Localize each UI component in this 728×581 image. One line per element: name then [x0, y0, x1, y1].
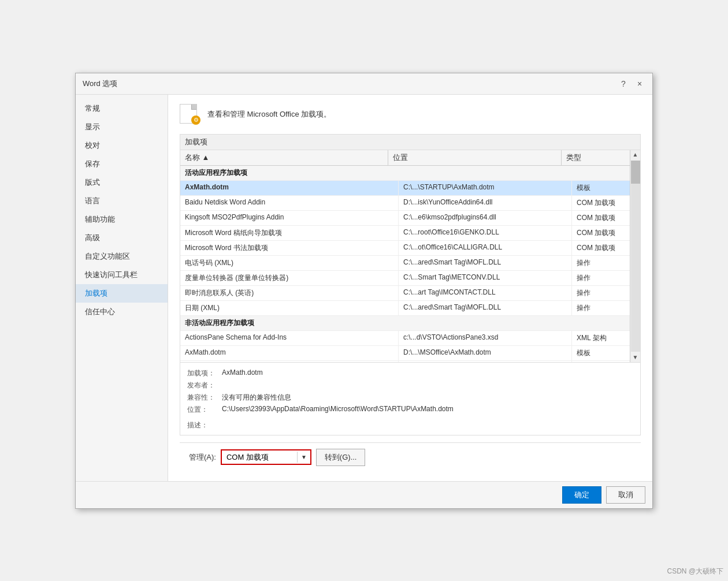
- addin-name: Microsoft Word 稿纸向导加载项: [180, 226, 399, 240]
- addin-location: C:\...art Tag\IMCONTACT.DLL: [399, 286, 572, 300]
- info-compat-row: 兼容性： 没有可用的兼容性信息: [187, 392, 633, 404]
- addin-name: ActionsPane Schema for Add-Ins: [180, 331, 399, 345]
- addin-label: 加载项：: [187, 368, 222, 378]
- addin-name: Kingsoft MSO2PdfPlugins Addin: [180, 211, 399, 225]
- sidebar-item-显示[interactable]: 显示: [76, 118, 168, 136]
- table-row[interactable]: AxMath.dotm C:\...\STARTUP\AxMath.dotm 模…: [180, 181, 630, 196]
- addin-location: C:\...e6\kmso2pdfplugins64.dll: [399, 211, 572, 225]
- inactive-group-header: 非活动应用程序加载项: [180, 316, 630, 331]
- sidebar-item-校对[interactable]: 校对: [76, 136, 168, 155]
- addin-type: COM 加载项: [572, 226, 630, 240]
- table-wrapper: 名称 ▲ 位置 类型 活动应用程序加载项 AxMath.dotm C:\...\…: [180, 150, 641, 363]
- manage-select-wrapper[interactable]: COM 加载项Word 加载项XML 架构XML 扩展包操作 ▼: [221, 449, 311, 465]
- table-row[interactable]: Kingsoft MSO2PdfPlugins Addin C:\...e6\k…: [180, 211, 630, 226]
- addin-location: c:\...d\VSTO\ActionsPane3.xsd: [399, 331, 572, 345]
- gear-icon: ⚙: [191, 116, 200, 125]
- scroll-down-button[interactable]: ▼: [630, 353, 641, 362]
- addin-type: 操作: [572, 271, 630, 285]
- addin-location: C:\...Smart Tag\METCONV.DLL: [399, 271, 572, 285]
- sidebar-item-加载项[interactable]: 加载项: [76, 284, 168, 303]
- addin-location: [399, 361, 572, 362]
- dialog-window: Word 选项 ? × 常规显示校对保存版式语言辅助功能高级自定义功能区快速访问…: [75, 73, 653, 509]
- table-row[interactable]: Microsoft Word 稿纸向导加载项 C:\...root\Office…: [180, 226, 630, 241]
- table-row[interactable]: 度量单位转换器 (度量单位转换器) C:\...Smart Tag\METCON…: [180, 271, 630, 286]
- info-section: 加载项： AxMath.dotm 发布者： 兼容性： 没有可用的兼容性信息 位置…: [180, 363, 641, 435]
- header-section: ⚙ 查看和管理 Microsoft Office 加载项。: [180, 104, 641, 125]
- addin-name: 电话号码 (XML): [180, 256, 399, 270]
- addin-name: Microsoft Word 书法加载项: [180, 241, 399, 255]
- window-title: Word 选项: [83, 79, 117, 89]
- table-body[interactable]: 活动应用程序加载项 AxMath.dotm C:\...\STARTUP\AxM…: [180, 166, 630, 362]
- addin-type: 操作: [572, 286, 630, 300]
- cancel-button[interactable]: 取消: [606, 486, 645, 504]
- addin-name: 度量单位转换器 (度量单位转换器): [180, 271, 399, 285]
- table-row[interactable]: Baidu Netdisk Word Addin D:\...isk\YunOf…: [180, 196, 630, 211]
- word-icon: ⚙: [180, 104, 200, 125]
- table-row[interactable]: Microsoft Word 书法加载项 C:\...ot\Office16\C…: [180, 241, 630, 256]
- col-type: 类型: [562, 150, 619, 165]
- help-button[interactable]: ?: [618, 78, 629, 90]
- addin-type: 模板: [572, 346, 630, 360]
- scroll-thumb[interactable]: [631, 161, 640, 184]
- addin-name: 即时消息联系人 (英语): [180, 286, 399, 300]
- addin-name: AxMath.dotm: [180, 346, 399, 360]
- scrollbar[interactable]: ▲ ▼: [630, 150, 640, 362]
- addin-location: C:\...ared\Smart Tag\MOFL.DLL: [399, 301, 572, 315]
- info-location-row: 位置： C:\Users\23993\AppData\Roaming\Micro…: [187, 404, 633, 416]
- sidebar-item-自定义功能区[interactable]: 自定义功能区: [76, 247, 168, 266]
- addin-type: COM 加载项: [572, 241, 630, 255]
- manage-label: 管理(A):: [189, 452, 216, 463]
- dialog-footer: 确定 取消: [76, 481, 652, 508]
- compat-label: 兼容性：: [187, 393, 222, 403]
- select-arrow-icon[interactable]: ▼: [297, 452, 310, 463]
- sidebar-item-常规[interactable]: 常规: [76, 99, 168, 118]
- info-publisher-row: 发布者：: [187, 379, 633, 392]
- table-row[interactable]: 即时消息联系人 (英语) C:\...art Tag\IMCONTACT.DLL…: [180, 286, 630, 301]
- scroll-up-button[interactable]: ▲: [630, 150, 641, 159]
- table-row[interactable]: 日期 (XML) C:\...ared\Smart Tag\MOFL.DLL 操…: [180, 301, 630, 316]
- location-value: C:\Users\23993\AppData\Roaming\Microsoft…: [222, 405, 454, 413]
- addin-value: AxMath.dotm: [222, 368, 263, 377]
- inactive-group-label: 非活动应用程序加载项: [180, 316, 630, 330]
- desc-label: 描述：: [187, 416, 633, 430]
- addin-location: C:\...ot\Office16\CALLIGRA.DLL: [399, 241, 572, 255]
- addin-location: C:\...root\Office16\GENKO.DLL: [399, 226, 572, 240]
- addin-type: XML 架构: [572, 331, 630, 345]
- ok-button[interactable]: 确定: [562, 486, 601, 504]
- main-content: ⚙ 查看和管理 Microsoft Office 加载项。 加载项 名称 ▲ 位…: [168, 95, 652, 481]
- title-buttons: ? ×: [618, 78, 645, 90]
- sidebar: 常规显示校对保存版式语言辅助功能高级自定义功能区快速访问工具栏加载项信任中心: [76, 95, 168, 481]
- sidebar-item-保存[interactable]: 保存: [76, 155, 168, 173]
- sidebar-item-高级[interactable]: 高级: [76, 229, 168, 247]
- table-row[interactable]: ActionsPane Schema for Add-Ins c:\...d\V…: [180, 331, 630, 346]
- table-row[interactable]: AxMath.dotm D:\...\MSOffice\AxMath.dotm …: [180, 346, 630, 361]
- addin-location: D:\...isk\YunOfficeAddin64.dll: [399, 196, 572, 210]
- col-location: 位置: [388, 150, 562, 165]
- close-button[interactable]: ×: [634, 78, 645, 90]
- addin-name: 日期 (XML): [180, 301, 399, 315]
- dialog-body: 常规显示校对保存版式语言辅助功能高级自定义功能区快速访问工具栏加载项信任中心 ⚙…: [76, 95, 652, 481]
- compat-value: 没有可用的兼容性信息: [222, 393, 291, 403]
- active-group-header: 活动应用程序加载项: [180, 166, 630, 181]
- table-inner: 名称 ▲ 位置 类型 活动应用程序加载项 AxMath.dotm C:\...\…: [180, 150, 630, 362]
- go-button[interactable]: 转到(G)...: [316, 449, 366, 466]
- manage-select[interactable]: COM 加载项Word 加载项XML 架构XML 扩展包操作: [222, 450, 297, 464]
- publisher-label: 发布者：: [187, 381, 222, 390]
- location-label: 位置：: [187, 405, 222, 415]
- sidebar-item-版式[interactable]: 版式: [76, 173, 168, 192]
- col-name: 名称 ▲: [180, 150, 388, 165]
- table-row[interactable]: Microsoft Actions Pane 3 XML 扩展包: [180, 361, 630, 362]
- sidebar-item-语言[interactable]: 语言: [76, 192, 168, 210]
- addin-name: AxMath.dotm: [180, 181, 399, 195]
- sidebar-item-快速访问工具栏[interactable]: 快速访问工具栏: [76, 266, 168, 284]
- title-bar: Word 选项 ? ×: [76, 73, 652, 95]
- table-row[interactable]: 电话号码 (XML) C:\...ared\Smart Tag\MOFL.DLL…: [180, 256, 630, 271]
- scroll-track[interactable]: [631, 161, 640, 352]
- manage-bar: 管理(A): COM 加载项Word 加载项XML 架构XML 扩展包操作 ▼ …: [180, 442, 641, 472]
- sidebar-item-信任中心[interactable]: 信任中心: [76, 303, 168, 321]
- info-addin-row: 加载项： AxMath.dotm: [187, 367, 633, 379]
- header-title: 查看和管理 Microsoft Office 加载项。: [207, 109, 331, 120]
- sidebar-item-辅助功能[interactable]: 辅助功能: [76, 210, 168, 229]
- addin-location: C:\...\STARTUP\AxMath.dotm: [399, 181, 572, 195]
- addin-location: D:\...\MSOffice\AxMath.dotm: [399, 346, 572, 360]
